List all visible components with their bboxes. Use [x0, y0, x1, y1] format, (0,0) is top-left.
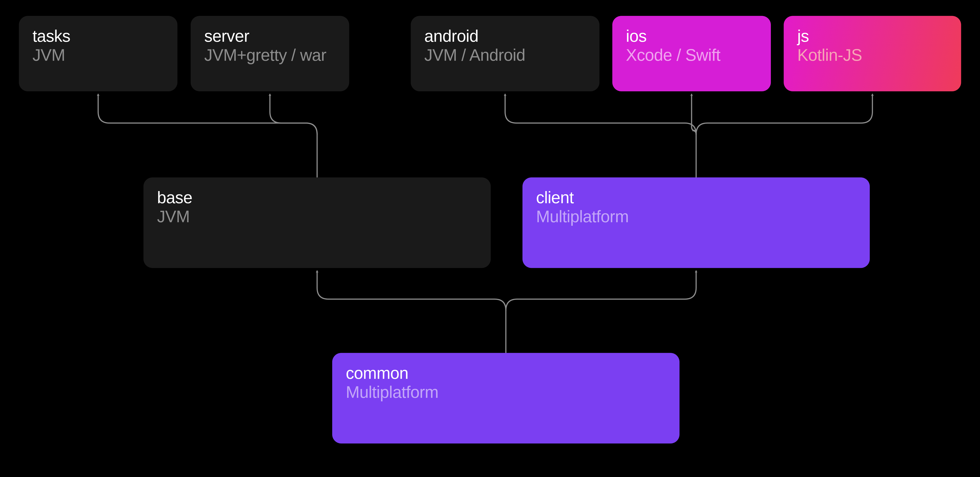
node-client: client Multiplatform [523, 177, 870, 268]
node-title: client [536, 188, 856, 207]
node-base: base JVM [143, 177, 491, 268]
node-server: server JVM+gretty / war [191, 16, 349, 91]
node-android: android JVM / Android [411, 16, 600, 91]
node-title: base [157, 188, 477, 207]
node-subtitle: JVM [157, 207, 477, 226]
node-subtitle: Kotlin-JS [797, 46, 948, 65]
node-ios: ios Xcode / Swift [612, 16, 771, 91]
edge-base-to-server [270, 95, 317, 134]
node-title: server [204, 27, 336, 46]
node-title: js [797, 27, 948, 46]
node-subtitle: Xcode / Swift [626, 46, 757, 65]
edge-client-to-android [505, 95, 696, 134]
diagram-stage: tasks JVM server JVM+gretty / war androi… [0, 0, 980, 460]
node-subtitle: JVM [33, 46, 164, 65]
edge-common-to-base [317, 272, 506, 310]
node-subtitle: JVM / Android [424, 46, 586, 65]
edge-base-to-tasks [98, 95, 317, 134]
node-title: tasks [33, 27, 164, 46]
node-common: common Multiplatform [332, 353, 679, 444]
edge-common-to-client [506, 272, 696, 310]
node-tasks: tasks JVM [19, 16, 177, 91]
edge-client-to-ios [692, 95, 696, 134]
edge-client-to-js [696, 95, 872, 134]
node-subtitle: JVM+gretty / war [204, 46, 336, 65]
node-title: ios [626, 27, 757, 46]
node-subtitle: Multiplatform [536, 207, 856, 226]
node-subtitle: Multiplatform [346, 383, 666, 402]
node-title: common [346, 364, 666, 383]
node-title: android [424, 27, 586, 46]
node-js: js Kotlin-JS [784, 16, 961, 91]
